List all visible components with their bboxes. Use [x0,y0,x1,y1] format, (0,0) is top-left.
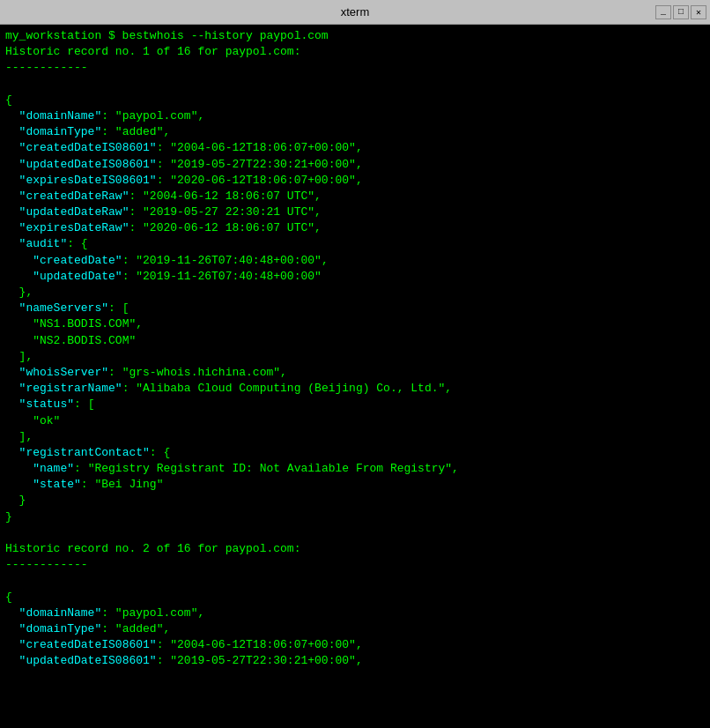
terminal-body: my_workstation $ bestwhois --history pay… [0,25,710,728]
line-open-brace-1 [5,77,705,93]
maximize-button[interactable]: □ [673,5,689,19]
record1-header: Historic record no. 1 of 16 for paypol.c… [5,44,705,60]
line-registrant-state: "state": "Bei Jing" [5,477,705,493]
line-registrant-open: "registrantContact": { [5,445,705,461]
line-r2-created-iso: "createdDateIS08601": "2004-06-12T18:06:… [5,637,705,653]
line-audit-open: "audit": { [5,236,705,252]
line-audit-close: }, [5,285,705,301]
line-domain-name: "domainName": "paypol.com", [5,108,705,124]
record2-separator: ------------ [5,557,705,573]
line-main-close: } [5,509,705,525]
minimize-button[interactable]: _ [655,5,671,19]
line-r2-updated-iso: "updatedDateIS08601": "2019-05-27T22:30:… [5,653,705,669]
record1-separator: ------------ [5,60,705,76]
line-registrant-name: "name": "Registry Registrant ID: Not Ava… [5,461,705,477]
window-title: xterm [341,5,370,19]
line-audit-created: "createdDate": "2019-11-26T07:40:48+00:0… [5,253,705,269]
line-updated-raw: "updatedDateRaw": "2019-05-27 22:30:21 U… [5,204,705,220]
record2-header: Historic record no. 2 of 16 for paypol.c… [5,541,705,557]
line-registrant-close: } [5,493,705,509]
line-r2-domain-type: "domainType": "added", [5,621,705,637]
window-controls[interactable]: _ □ ✕ [655,5,706,19]
line-ns2: "NS2.BODIS.COM" [5,333,705,349]
line-whois-server: "whoisServer": "grs-whois.hichina.com", [5,365,705,381]
line-nameservers-open: "nameServers": [ [5,301,705,316]
line-updated-iso: "updatedDateIS08601": "2019-05-27T22:30:… [5,157,705,173]
line-status-close: ], [5,429,705,445]
line-created-raw: "createdDateRaw": "2004-06-12 18:06:07 U… [5,189,705,204]
prompt-line: my_workstation $ bestwhois --history pay… [5,28,705,44]
close-button[interactable]: ✕ [691,5,706,19]
line-r2-open-brace: { [5,590,705,605]
line-r2-domain-name: "domainName": "paypol.com", [5,605,705,621]
line-expires-iso: "expiresDateIS08601": "2020-06-12T18:06:… [5,173,705,189]
line-nameservers-close: ], [5,349,705,365]
line-blank [5,525,705,541]
window-titlebar: xterm _ □ ✕ [0,0,710,25]
line-expires-raw: "expiresDateRaw": "2020-06-12 18:06:07 U… [5,220,705,236]
line-created-iso: "createdDateIS08601": "2004-06-12T18:06:… [5,140,705,156]
line-ns1: "NS1.BODIS.COM", [5,316,705,332]
line-domain-type: "domainType": "added", [5,124,705,140]
line-status-ok: "ok" [5,413,705,429]
line-registrar-name: "registrarName": "Alibaba Cloud Computin… [5,381,705,397]
line-r2-blank [5,573,705,589]
line-status-open: "status": [ [5,397,705,412]
line-audit-updated: "updatedDate": "2019-11-26T07:40:48+00:0… [5,269,705,285]
line-open-brace-2: { [5,93,705,108]
